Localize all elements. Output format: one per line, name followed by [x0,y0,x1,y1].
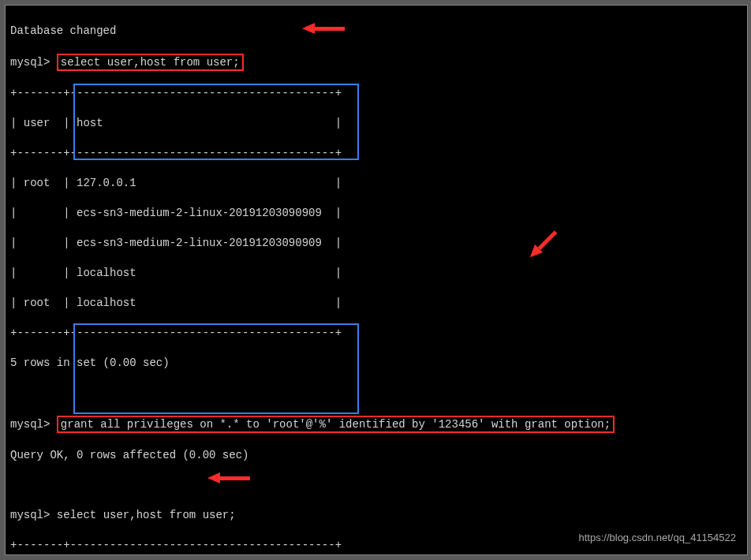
cmd-line-3[interactable]: mysql> select user,host from user; [10,508,742,523]
cmd-line-1[interactable]: mysql> select user,host from user; [10,54,742,71]
prompt: mysql> [10,509,50,521]
query-ok-1: Query OK, 0 rows affected (0.00 sec) [10,448,742,463]
cmd1-highlight: select user,host from user; [57,54,244,71]
prompt: mysql> [10,56,50,69]
arrow-icon [207,472,250,483]
table2-host-highlight [73,323,359,414]
table-row: | root | 127.0.0.1 | [10,176,742,191]
db-changed-msg: Database changed [10,24,742,39]
cmd-line-2[interactable]: mysql> grant all privileges on *.* to 'r… [10,416,742,433]
prompt: mysql> [10,418,50,431]
watermark: https://blog.csdn.net/qq_41154522 [579,530,737,545]
cmd2-highlight: grant all privileges on *.* to 'root'@'%… [57,416,615,433]
arrow-icon [302,23,345,34]
table-row: | root | localhost | [10,296,742,311]
table-row: | | localhost | [10,266,742,281]
table-row: | | ecs-sn3-medium-2-linux-2019120309090… [10,206,742,221]
terminal-window: Database changed mysql> select user,host… [5,5,748,555]
table-row: | | ecs-sn3-medium-2-linux-2019120309090… [10,236,742,251]
table1-host-highlight [73,84,359,160]
